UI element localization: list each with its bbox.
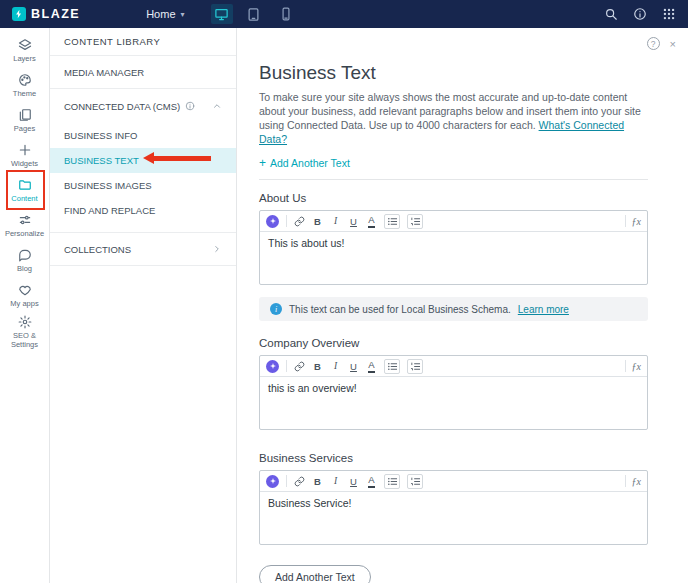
- text-color-button[interactable]: A: [366, 474, 377, 489]
- toolbar-right-group: ƒx: [625, 215, 641, 227]
- help-icon[interactable]: ?: [647, 37, 660, 50]
- sidebar-item-label: Widgets: [11, 159, 38, 168]
- sidebar-item-label: Layers: [13, 54, 36, 63]
- editor-section-label: About Us: [259, 192, 648, 204]
- info-icon[interactable]: [633, 7, 647, 21]
- ai-assistant-button[interactable]: [266, 475, 279, 488]
- panel-item-business-info[interactable]: BUSINESS INFO: [50, 123, 236, 148]
- blaze-logo-icon: [12, 7, 26, 21]
- sidebar-item-content[interactable]: Content: [0, 173, 49, 208]
- page-selector-dropdown[interactable]: Home ▾: [146, 8, 184, 20]
- text-color-button[interactable]: A: [366, 214, 377, 229]
- editor-textarea[interactable]: Business Service!: [260, 492, 647, 544]
- toolbar-right-group: ƒx: [625, 360, 641, 372]
- bullet-list-button[interactable]: [384, 474, 400, 489]
- bullet-list-button[interactable]: [384, 214, 400, 229]
- connected-data-section-header[interactable]: CONNECTED DATA (CMS): [50, 89, 236, 123]
- editor-toolbar: B I U A ƒx: [260, 211, 647, 232]
- numbered-list-button[interactable]: [407, 359, 423, 374]
- link-button[interactable]: [294, 214, 305, 229]
- bold-button[interactable]: B: [312, 359, 323, 374]
- toolbar-divider: [286, 215, 287, 227]
- sidebar-item-layers[interactable]: Layers: [0, 33, 49, 68]
- panel-item-business-images[interactable]: BUSINESS IMAGES: [50, 173, 236, 198]
- page-selector-label: Home: [146, 8, 175, 20]
- apps-grid-icon[interactable]: [662, 7, 676, 21]
- link-button[interactable]: [294, 359, 305, 374]
- editor-textarea[interactable]: This is about us!: [260, 232, 647, 284]
- formula-button[interactable]: ƒx: [632, 361, 641, 372]
- sidebar-item-personalize[interactable]: Personalize: [0, 208, 49, 243]
- bullet-list-button[interactable]: [384, 359, 400, 374]
- chevron-up-icon: [212, 101, 222, 111]
- collections-section-header[interactable]: COLLECTIONS: [50, 233, 236, 266]
- media-manager-label: MEDIA MANAGER: [64, 67, 144, 78]
- business-text-pane: ? × Business Text To make sure your site…: [237, 28, 688, 583]
- info-circle-icon: [185, 101, 195, 111]
- editor-textarea[interactable]: this is an overview!: [260, 377, 647, 429]
- italic-button[interactable]: I: [330, 214, 341, 229]
- connected-data-label: CONNECTED DATA (CMS): [64, 101, 180, 112]
- sidebar-item-label: Blog: [17, 264, 32, 273]
- media-manager-item[interactable]: MEDIA MANAGER: [50, 56, 236, 89]
- chevron-down-icon: ▾: [181, 10, 185, 19]
- tablet-preview-button[interactable]: [243, 4, 265, 24]
- underline-button[interactable]: U: [348, 359, 359, 374]
- editor-section-label: Company Overview: [259, 337, 648, 349]
- text-color-glyph: A: [368, 360, 374, 373]
- sidebar-item-label: Content: [11, 194, 37, 203]
- ai-assistant-button[interactable]: [266, 215, 279, 228]
- desktop-preview-button[interactable]: [211, 4, 233, 24]
- rich-text-editor-company-overview: B I U A ƒx this is an overview!: [259, 355, 648, 430]
- editor-section-label: Business Services: [259, 452, 648, 464]
- pane-content: Business Text To make sure your site alw…: [237, 28, 688, 583]
- toolbar-divider: [625, 215, 626, 227]
- sidebar-item-theme[interactable]: Theme: [0, 68, 49, 103]
- chevron-right-icon: [212, 244, 222, 254]
- sidebar-item-my-apps[interactable]: My apps: [0, 278, 49, 313]
- toolbar-divider: [625, 475, 626, 487]
- learn-more-link[interactable]: Learn more: [518, 304, 569, 315]
- panel-title: CONTENT LIBRARY: [50, 28, 236, 56]
- panel-item-label: BUSINESS INFO: [64, 130, 137, 141]
- text-color-glyph: A: [368, 215, 374, 228]
- italic-button[interactable]: I: [330, 474, 341, 489]
- link-button[interactable]: [294, 474, 305, 489]
- sidebar-item-pages[interactable]: Pages: [0, 103, 49, 138]
- search-icon[interactable]: [604, 7, 618, 21]
- brand-name: BLAZE: [31, 7, 80, 21]
- numbered-list-button[interactable]: [407, 474, 423, 489]
- ai-assistant-button[interactable]: [266, 360, 279, 373]
- text-color-button[interactable]: A: [366, 359, 377, 374]
- brand-logo: BLAZE: [12, 7, 80, 21]
- underline-button[interactable]: U: [348, 474, 359, 489]
- add-another-text-button[interactable]: Add Another Text: [259, 565, 371, 583]
- numbered-list-button[interactable]: [407, 214, 423, 229]
- sidebar-item-seo-settings[interactable]: SEO & Settings: [0, 313, 49, 351]
- sidebar-item-label: Pages: [14, 124, 35, 133]
- section-divider: [259, 179, 648, 180]
- sidebar-item-widgets[interactable]: Widgets: [0, 138, 49, 173]
- italic-button[interactable]: I: [330, 359, 341, 374]
- formula-button[interactable]: ƒx: [632, 476, 641, 487]
- bold-button[interactable]: B: [312, 474, 323, 489]
- panel-item-label: BUSINESS TEXT: [64, 155, 139, 166]
- bold-button[interactable]: B: [312, 214, 323, 229]
- collections-label: COLLECTIONS: [64, 244, 131, 255]
- toolbar-right-group: ƒx: [625, 475, 641, 487]
- underline-button[interactable]: U: [348, 214, 359, 229]
- rich-text-editor-business-services: B I U A ƒx Business Service!: [259, 470, 648, 545]
- panel-item-business-text[interactable]: BUSINESS TEXT: [50, 148, 236, 173]
- panel-item-find-and-replace[interactable]: FIND AND REPLACE: [50, 198, 236, 223]
- sidebar-item-label: Theme: [13, 89, 36, 98]
- sidebar-item-blog[interactable]: Blog: [0, 243, 49, 278]
- rich-text-editor-about-us: B I U A ƒx This is about us!: [259, 210, 648, 285]
- formula-button[interactable]: ƒx: [632, 216, 641, 227]
- intro-text: To make sure your site always shows the …: [259, 91, 648, 146]
- add-another-text-link[interactable]: + Add Another Text: [259, 157, 350, 169]
- sidebar-item-label: SEO & Settings: [1, 331, 48, 349]
- info-icon: i: [270, 303, 282, 315]
- close-icon[interactable]: ×: [670, 38, 676, 50]
- content-library-panel: CONTENT LIBRARY MEDIA MANAGER CONNECTED …: [50, 28, 237, 583]
- mobile-preview-button[interactable]: [275, 4, 297, 24]
